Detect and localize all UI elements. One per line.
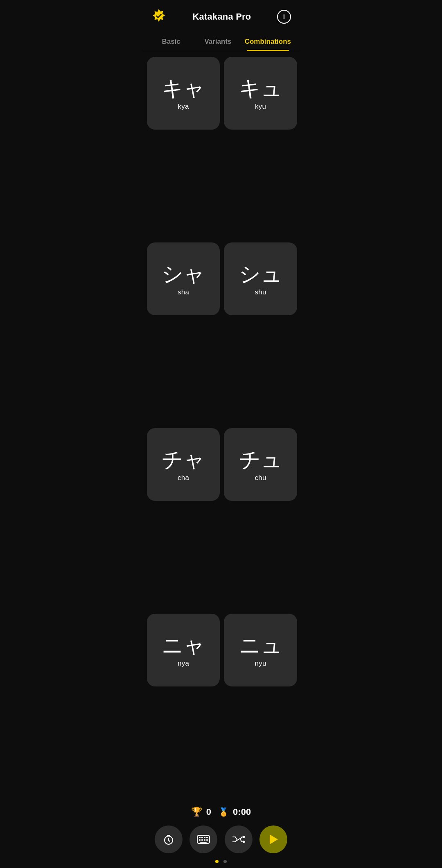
badge-icon [151, 8, 167, 25]
kana-char-0: キャ [162, 77, 205, 100]
timer-icon [162, 833, 175, 846]
timer-display: 0:00 [233, 807, 251, 817]
shuffle-button[interactable] [225, 825, 253, 853]
keyboard-icon [197, 835, 210, 844]
kana-char-9: ニャ [162, 634, 205, 657]
play-button[interactable] [259, 825, 287, 853]
svg-rect-5 [206, 837, 208, 838]
kana-roman-9: nya [178, 659, 189, 668]
kana-card-9[interactable]: ニャnya [147, 614, 220, 686]
kana-roman-6: cha [178, 474, 189, 482]
kana-card-7[interactable]: チュchu [224, 428, 297, 501]
kana-char-10: ニュ [239, 634, 282, 657]
tab-variants[interactable]: Variants [194, 32, 241, 51]
kana-char-4: シュ [239, 262, 282, 286]
score-bar: 🏆 0 🏅 0:00 [141, 801, 301, 821]
kana-card-4[interactable]: シュshu [224, 242, 297, 315]
app-header: Katakana Pro i [141, 0, 301, 32]
medal-icon: 🏅 [219, 807, 229, 817]
svg-rect-6 [199, 839, 201, 841]
svg-rect-3 [201, 837, 203, 838]
svg-rect-4 [204, 837, 205, 838]
kana-card-10[interactable]: ニュnyu [224, 614, 297, 686]
kana-char-7: チュ [239, 448, 282, 471]
info-button[interactable]: i [277, 10, 291, 24]
svg-rect-10 [200, 842, 207, 843]
kana-roman-10: nyu [255, 659, 266, 668]
tab-combinations[interactable]: Combinations [241, 32, 294, 51]
play-icon [268, 834, 279, 845]
kana-roman-4: shu [255, 288, 266, 296]
dot-2 [223, 860, 227, 863]
kana-char-1: キュ [239, 77, 282, 100]
kana-card-3[interactable]: シャsha [147, 242, 220, 315]
svg-rect-8 [204, 839, 205, 841]
dot-1 [215, 860, 219, 863]
kana-card-1[interactable]: キュkyu [224, 57, 297, 130]
kana-roman-7: chu [255, 474, 266, 482]
kana-roman-0: kya [178, 103, 189, 111]
bottom-toolbar [141, 821, 301, 860]
pagination [141, 860, 301, 868]
trophy-icon: 🏆 [191, 807, 202, 817]
svg-rect-7 [201, 839, 203, 841]
kana-card-0[interactable]: キャkya [147, 57, 220, 130]
shuffle-icon [232, 834, 245, 844]
kana-grid: キャkyaキュkyuキョkyoシャshaシュshuショshoチャchaチュchu… [141, 51, 301, 801]
tab-basic[interactable]: Basic [148, 32, 194, 51]
keyboard-button[interactable] [189, 825, 217, 853]
app-title: Katakana Pro [192, 11, 251, 22]
kana-char-6: チャ [162, 448, 205, 471]
timer-button[interactable] [155, 825, 183, 853]
score-count: 0 [206, 807, 211, 817]
kana-roman-3: sha [178, 288, 189, 296]
kana-char-3: シャ [162, 262, 205, 286]
svg-rect-2 [199, 837, 201, 838]
svg-rect-9 [206, 839, 208, 841]
kana-roman-1: kyu [255, 103, 266, 111]
kana-card-6[interactable]: チャcha [147, 428, 220, 501]
tab-bar: Basic Variants Combinations [141, 32, 301, 51]
